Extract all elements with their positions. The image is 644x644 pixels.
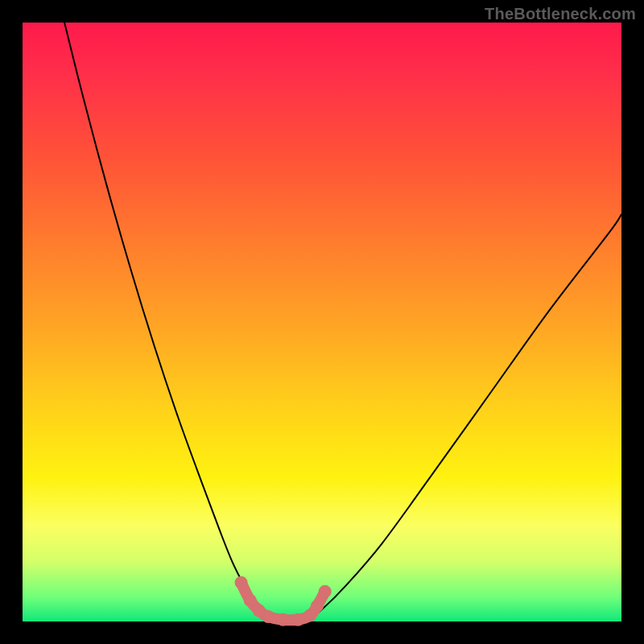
- plot-area: [23, 23, 621, 621]
- highlight-marker: [235, 576, 248, 589]
- chart-frame: TheBottleneck.com: [0, 0, 644, 644]
- highlight-marker: [311, 600, 324, 613]
- highlight-marker: [244, 594, 257, 607]
- watermark-text: TheBottleneck.com: [485, 5, 636, 23]
- left-curve: [64, 23, 271, 618]
- highlight-marker: [319, 585, 332, 598]
- highlight-markers: [235, 576, 332, 626]
- highlight-marker: [262, 610, 275, 623]
- right-curve: [310, 214, 621, 618]
- highlight-marker: [277, 613, 290, 626]
- chart-svg: [23, 23, 621, 621]
- highlight-marker: [291, 613, 304, 626]
